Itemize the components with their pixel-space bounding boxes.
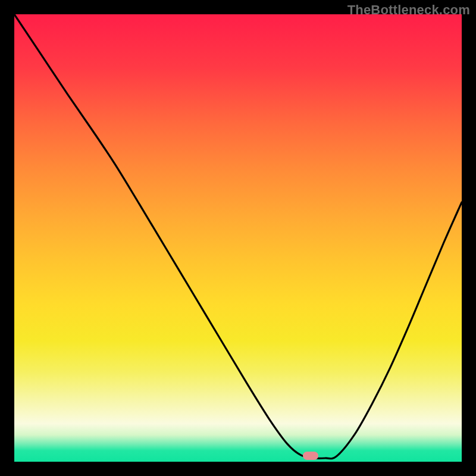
watermark-text: TheBottleneck.com — [347, 2, 470, 18]
plot-area — [14, 14, 462, 462]
optimal-marker — [303, 452, 318, 460]
bottleneck-curve — [14, 14, 462, 462]
chart-frame: TheBottleneck.com — [0, 0, 476, 476]
